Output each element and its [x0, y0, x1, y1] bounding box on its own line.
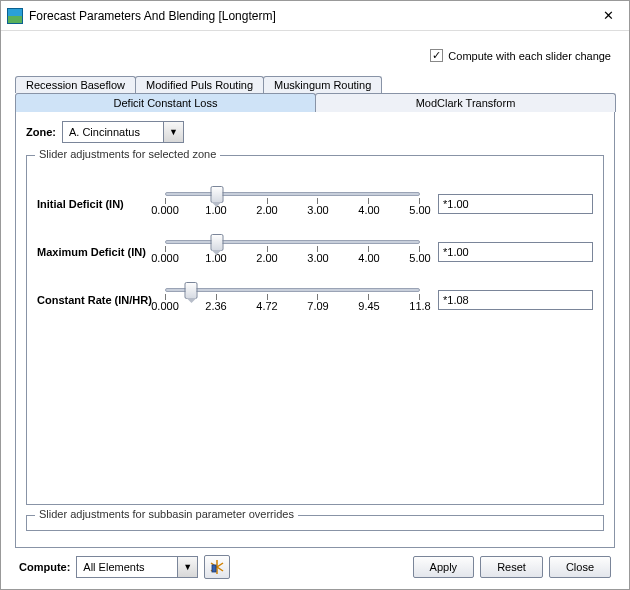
compute-run-button[interactable] [204, 555, 230, 579]
slider-wrap: 0.000 2.36 4.72 7.09 9.45 11.8 [159, 288, 426, 312]
window-title: Forecast Parameters And Blending [Longte… [29, 9, 593, 23]
svg-rect-6 [212, 565, 216, 572]
slider-row-maximum-deficit: Maximum Deficit (IN) 0.000 1.00 2.00 3 [37, 240, 593, 264]
slider-value-input[interactable] [438, 242, 593, 262]
chevron-down-icon: ▼ [177, 557, 197, 577]
tick-label: 0.000 [145, 204, 185, 216]
zone-slider-fieldset: Slider adjustments for selected zone Ini… [26, 155, 604, 505]
tick-label: 5.00 [400, 252, 440, 264]
close-icon[interactable]: ✕ [593, 5, 623, 27]
tick-label: 3.00 [298, 204, 338, 216]
tabs-row-2: Deficit Constant Loss ModClark Transform [15, 93, 615, 112]
slider-track[interactable] [165, 240, 420, 244]
tab-modclark-transform[interactable]: ModClark Transform [315, 93, 616, 112]
titlebar: Forecast Parameters And Blending [Longte… [1, 1, 629, 31]
tick-label: 4.72 [247, 300, 287, 312]
tick-label: 7.09 [298, 300, 338, 312]
slider-wrap: 0.000 1.00 2.00 3.00 4.00 5.00 [159, 192, 426, 216]
slider-thumb[interactable] [210, 186, 223, 203]
slider-ticklabels: 0.000 2.36 4.72 7.09 9.45 11.8 [159, 300, 426, 312]
tab-panel: Zone: A. Cincinnatus ▼ Slider adjustment… [15, 111, 615, 548]
slider-value-input[interactable] [438, 290, 593, 310]
slider-thumb[interactable] [185, 282, 198, 299]
slider-row-initial-deficit: Initial Deficit (IN) 0.000 1.00 2.00 3 [37, 192, 593, 216]
tick-label: 0.000 [145, 300, 185, 312]
zone-select-value: A. Cincinnatus [63, 126, 163, 138]
slider-thumb[interactable] [210, 234, 223, 251]
app-icon [7, 8, 23, 24]
compute-select[interactable]: All Elements ▼ [76, 556, 198, 578]
compute-label: Compute: [19, 561, 70, 573]
svg-line-1 [217, 563, 223, 567]
tick-label: 4.00 [349, 204, 389, 216]
tabs-row-1: Recession Baseflow Modified Puls Routing… [15, 76, 615, 93]
reset-button[interactable]: Reset [480, 556, 543, 578]
chevron-down-icon: ▼ [163, 122, 183, 142]
tick-label: 2.00 [247, 252, 287, 264]
slider-ticklabels: 0.000 1.00 2.00 3.00 4.00 5.00 [159, 252, 426, 264]
zone-label: Zone: [26, 126, 56, 138]
zone-row: Zone: A. Cincinnatus ▼ [26, 121, 604, 143]
top-options-row: ✓ Compute with each slider change [15, 43, 615, 76]
slider-track[interactable] [165, 192, 420, 196]
tab-muskingum-routing[interactable]: Muskingum Routing [263, 76, 382, 93]
tick-label: 2.00 [247, 204, 287, 216]
slider-label: Initial Deficit (IN) [37, 198, 159, 210]
overrides-fieldset: Slider adjustments for subbasin paramete… [26, 515, 604, 531]
bottom-bar: Compute: All Elements ▼ Apply Reset [15, 549, 615, 579]
slider-row-constant-rate: Constant Rate (IN/HR) 0.000 2.36 4.72 [37, 288, 593, 312]
zone-select[interactable]: A. Cincinnatus ▼ [62, 121, 184, 143]
compute-each-change-label: Compute with each slider change [448, 50, 611, 62]
tick-label: 5.00 [400, 204, 440, 216]
dialog-window: Forecast Parameters And Blending [Longte… [0, 0, 630, 590]
tick-label: 4.00 [349, 252, 389, 264]
compute-each-change-checkbox[interactable]: ✓ [430, 49, 443, 62]
svg-line-2 [217, 567, 223, 571]
tick-label: 2.36 [196, 300, 236, 312]
slider-ticklabels: 0.000 1.00 2.00 3.00 4.00 5.00 [159, 204, 426, 216]
tab-modified-puls-routing[interactable]: Modified Puls Routing [135, 76, 264, 93]
close-button[interactable]: Close [549, 556, 611, 578]
slider-label: Constant Rate (IN/HR) [37, 294, 159, 306]
slider-value-input[interactable] [438, 194, 593, 214]
slider-wrap: 0.000 1.00 2.00 3.00 4.00 5.00 [159, 240, 426, 264]
tab-recession-baseflow[interactable]: Recession Baseflow [15, 76, 136, 93]
zone-slider-legend: Slider adjustments for selected zone [35, 148, 220, 160]
tick-label: 11.8 [400, 300, 440, 312]
dialog-content: ✓ Compute with each slider change Recess… [1, 31, 629, 589]
tab-deficit-constant-loss[interactable]: Deficit Constant Loss [15, 93, 316, 112]
slider-label: Maximum Deficit (IN) [37, 246, 159, 258]
tick-label: 3.00 [298, 252, 338, 264]
slider-track[interactable] [165, 288, 420, 292]
apply-button[interactable]: Apply [413, 556, 475, 578]
compute-run-icon [209, 559, 225, 575]
compute-select-value: All Elements [77, 561, 177, 573]
tick-label: 9.45 [349, 300, 389, 312]
overrides-legend: Slider adjustments for subbasin paramete… [35, 508, 298, 520]
tick-label: 0.000 [145, 252, 185, 264]
